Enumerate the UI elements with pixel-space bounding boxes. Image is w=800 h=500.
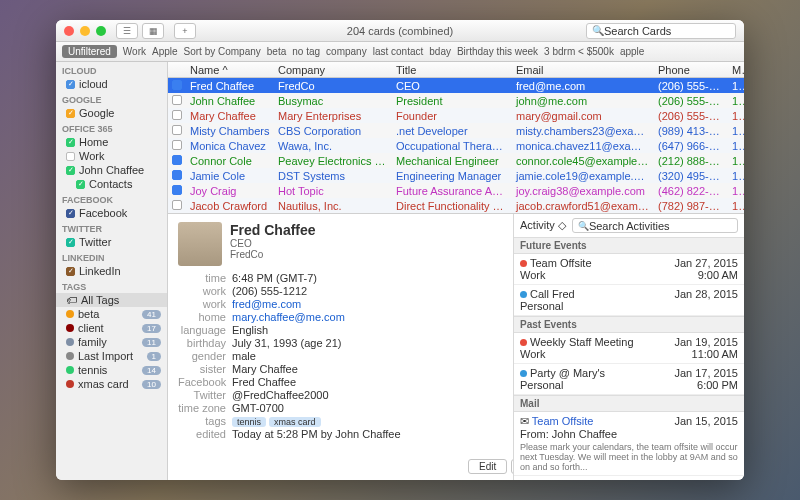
row-checkbox[interactable]: [172, 110, 182, 120]
sidebar-tag[interactable]: family11: [56, 335, 167, 349]
column-header[interactable]: Company: [274, 64, 392, 76]
field-value: male: [232, 350, 256, 362]
checkbox-icon[interactable]: ✓: [66, 80, 75, 89]
table-row[interactable]: John ChaffeeBusymacPresidentjohn@me.com(…: [168, 93, 744, 108]
checkbox-icon[interactable]: ✓: [66, 209, 75, 218]
row-checkbox[interactable]: [172, 95, 182, 105]
sidebar-item[interactable]: ✓Google: [56, 106, 167, 120]
sidebar-item[interactable]: ✓Home: [56, 135, 167, 149]
row-checkbox[interactable]: [172, 140, 182, 150]
sidebar-tag[interactable]: beta41: [56, 307, 167, 321]
filter-chip[interactable]: no tag: [292, 46, 320, 57]
checkbox-icon[interactable]: [66, 152, 75, 161]
activity-item[interactable]: Team OffsiteJan 27, 2015Work9:00 AM: [514, 254, 744, 285]
row-checkbox[interactable]: [172, 125, 182, 135]
view-grid-button[interactable]: ▦: [142, 23, 164, 39]
filter-chip[interactable]: Work: [123, 46, 146, 57]
sidebar-item[interactable]: ✓John Chaffee: [56, 163, 167, 177]
column-header[interactable]: Email: [512, 64, 654, 76]
checkbox-icon[interactable]: ✓: [66, 138, 75, 147]
field-value[interactable]: mary.chaffee@me.com: [232, 311, 345, 323]
add-button[interactable]: +: [174, 23, 196, 39]
table-row[interactable]: Jamie ColeDST SystemsEngineering Manager…: [168, 168, 744, 183]
sidebar-group-header: TAGS: [56, 278, 167, 293]
cell-name: Misty Chambers: [186, 125, 274, 137]
field-value: (206) 555-1212: [232, 285, 307, 297]
filter-chip[interactable]: Sort by Company: [184, 46, 261, 57]
activity-item[interactable]: Call FredJan 28, 2015Personal: [514, 285, 744, 316]
tag-chip[interactable]: tennis: [232, 417, 266, 427]
card-field: sisterMary Chaffee: [178, 363, 503, 375]
sidebar-item-all-tags[interactable]: 🏷All Tags: [56, 293, 167, 307]
sidebar-item[interactable]: ✓Contacts: [56, 177, 167, 191]
cell-name: Jacob Crawford: [186, 200, 274, 212]
sidebar-group-header: TWITTER: [56, 220, 167, 235]
table-row[interactable]: Mary ChaffeeMary EnterprisesFoundermary@…: [168, 108, 744, 123]
table-row[interactable]: Fred ChaffeeFredCoCEOfred@me.com(206) 55…: [168, 78, 744, 93]
event-dot-icon: [520, 370, 527, 377]
search-input[interactable]: 🔍 Search Cards: [586, 23, 736, 39]
edit-button[interactable]: Edit: [468, 459, 507, 474]
activity-header[interactable]: Activity ◇: [520, 219, 566, 232]
table-row[interactable]: Monica ChavezWawa, Inc.Occupational Ther…: [168, 138, 744, 153]
table-row[interactable]: Misty ChambersCBS Corporation.net Develo…: [168, 123, 744, 138]
cell-company: Wawa, Inc.: [274, 140, 392, 152]
filter-chip[interactable]: beta: [267, 46, 286, 57]
checkbox-icon[interactable]: ✓: [66, 166, 75, 175]
sidebar-tag[interactable]: client17: [56, 321, 167, 335]
table-row[interactable]: Jacob CrawfordNautilus, Inc.Direct Funct…: [168, 198, 744, 213]
sidebar-item-label: LinkedIn: [79, 265, 121, 277]
field-label: Facebook: [178, 376, 232, 388]
checkbox-icon[interactable]: ✓: [66, 267, 75, 276]
filter-chip[interactable]: Apple: [152, 46, 178, 57]
checkbox-icon[interactable]: ✓: [76, 180, 85, 189]
checkbox-icon[interactable]: ✓: [66, 238, 75, 247]
activity-item[interactable]: Weekly Staff MeetingJan 19, 2015Work11:0…: [514, 333, 744, 364]
sidebar-tag[interactable]: tennis14: [56, 363, 167, 377]
activity-section-header: Past Events: [514, 316, 744, 333]
field-label: language: [178, 324, 232, 336]
table-row[interactable]: Joy CraigHot TopicFuture Assurance Agent…: [168, 183, 744, 198]
close-icon[interactable]: [64, 26, 74, 36]
filter-chip[interactable]: last contact: [373, 46, 424, 57]
cell-phone: (647) 966-5533: [654, 140, 728, 152]
zoom-icon[interactable]: [96, 26, 106, 36]
row-checkbox[interactable]: [172, 80, 182, 90]
minimize-icon[interactable]: [80, 26, 90, 36]
checkbox-icon[interactable]: ✓: [66, 109, 75, 118]
row-checkbox[interactable]: [172, 185, 182, 195]
count-badge: 17: [142, 324, 161, 333]
sidebar-item[interactable]: ✓Twitter: [56, 235, 167, 249]
sidebar-item[interactable]: ✓LinkedIn: [56, 264, 167, 278]
activity-item[interactable]: ✉ Team OffsiteJan 15, 2015From: John Cha…: [514, 412, 744, 476]
column-header[interactable]: Name ^: [186, 64, 274, 76]
filter-chip[interactable]: apple: [620, 46, 644, 57]
view-toggle-button[interactable]: ☰: [116, 23, 138, 39]
filter-chip[interactable]: Birthday this week: [457, 46, 538, 57]
filter-chip[interactable]: Unfiltered: [62, 45, 117, 58]
sidebar-item[interactable]: ✓Facebook: [56, 206, 167, 220]
filter-chip[interactable]: company: [326, 46, 367, 57]
share-button[interactable]: ⇧: [511, 459, 514, 474]
cell-email: jamie.cole19@example.com: [512, 170, 654, 182]
filter-chip[interactable]: 3 bdrm < $500k: [544, 46, 614, 57]
activity-item[interactable]: Party @ Mary'sJan 17, 2015Personal6:00 P…: [514, 364, 744, 395]
row-checkbox[interactable]: [172, 200, 182, 210]
column-header[interactable]: Title: [392, 64, 512, 76]
sidebar-tag[interactable]: xmas card10: [56, 377, 167, 391]
row-checkbox[interactable]: [172, 170, 182, 180]
sidebar-item[interactable]: ✓icloud: [56, 77, 167, 91]
filter-chip[interactable]: bday: [429, 46, 451, 57]
tag-chip[interactable]: xmas card: [269, 417, 321, 427]
table-row[interactable]: Connor ColePeavey Electronics Corpor...M…: [168, 153, 744, 168]
row-checkbox[interactable]: [172, 155, 182, 165]
sidebar-item[interactable]: Work: [56, 149, 167, 163]
cell-title: CEO: [392, 80, 512, 92]
field-value[interactable]: fred@me.com: [232, 298, 301, 310]
tag-dot-icon: [66, 380, 74, 388]
column-header[interactable]: Phone: [654, 64, 728, 76]
sidebar-tag[interactable]: Last Import1: [56, 349, 167, 363]
activity-sub: Personal: [520, 379, 563, 391]
column-header[interactable]: Modified: [728, 64, 744, 76]
activity-search-input[interactable]: 🔍 Search Activities: [572, 218, 738, 233]
